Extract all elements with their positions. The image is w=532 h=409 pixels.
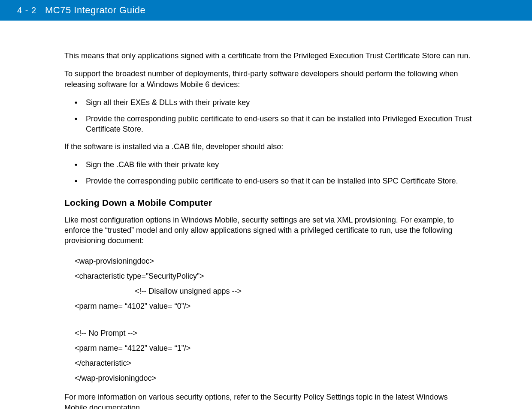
code-line: <parm name= “4102” value= “0”/> bbox=[75, 299, 472, 314]
code-line: <wap-provisioningdoc> bbox=[75, 254, 472, 269]
section-heading: Locking Down a Mobile Computer bbox=[64, 198, 472, 208]
page-content: This means that only applications signed… bbox=[0, 21, 498, 409]
paragraph: To support the broadest number of deploy… bbox=[64, 69, 472, 90]
code-line: <!-- No Prompt --> bbox=[75, 326, 472, 341]
paragraph: Like most configuration options in Windo… bbox=[64, 215, 472, 246]
list-item: Provide the corresponding public certifi… bbox=[64, 176, 472, 186]
paragraph: For more information on various security… bbox=[64, 392, 472, 409]
paragraph: This means that only applications signed… bbox=[64, 51, 472, 61]
code-line: <characteristic type=”SecurityPolicy”> bbox=[75, 269, 472, 284]
paragraph: If the software is installed via a .CAB … bbox=[64, 141, 472, 152]
code-line: </characteristic> bbox=[75, 356, 472, 371]
bullet-list: Sign the .CAB file with their private ke… bbox=[64, 159, 472, 186]
code-blank-line bbox=[75, 314, 472, 326]
doc-title: MC75 Integrator Guide bbox=[45, 5, 145, 16]
code-block: <wap-provisioningdoc> <characteristic ty… bbox=[75, 254, 472, 386]
page-number: 4 - 2 bbox=[17, 6, 36, 15]
list-item: Provide the corresponding public certifi… bbox=[64, 114, 472, 135]
code-line: </wap-provisioningdoc> bbox=[75, 371, 472, 386]
code-line: <parm name= “4122” value= “1”/> bbox=[75, 341, 472, 356]
code-line: <!-- Disallow unsigned apps --> bbox=[75, 284, 472, 299]
list-item: Sign the .CAB file with their private ke… bbox=[64, 159, 472, 170]
list-item: Sign all their EXEs & DLLs with their pr… bbox=[64, 97, 472, 108]
bullet-list: Sign all their EXEs & DLLs with their pr… bbox=[64, 97, 472, 135]
page-header: 4 - 2 MC75 Integrator Guide bbox=[0, 0, 532, 21]
